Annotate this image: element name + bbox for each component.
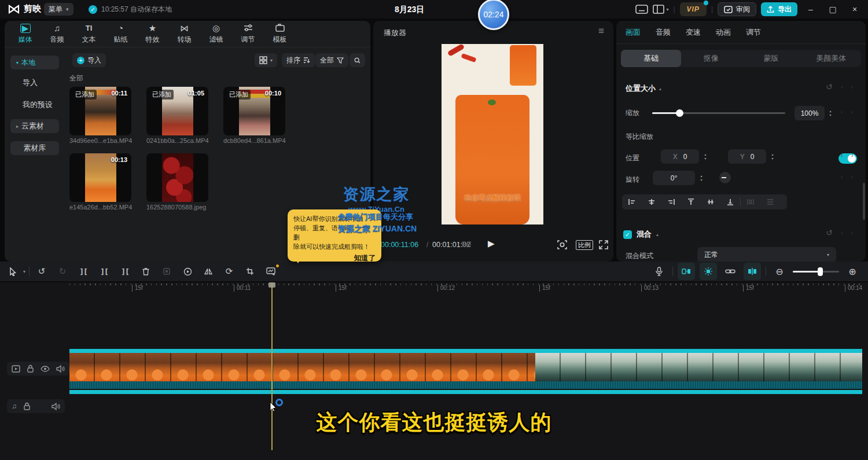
rotate-dial[interactable] <box>719 172 731 183</box>
keyframe-nav[interactable]: ‹ › <box>841 174 855 180</box>
close-button[interactable]: × <box>846 0 863 19</box>
tab-sticker[interactable]: ◔ 贴纸 <box>105 21 137 47</box>
delete-icon[interactable] <box>137 263 155 280</box>
keyframe-nav[interactable]: ‹ › <box>841 84 855 90</box>
media-item[interactable]: 已添加 01:05 <box>146 87 208 135</box>
collapse-caret-icon[interactable]: ▴ <box>656 232 659 237</box>
timeline-ruler[interactable]: 15f 00:11 15f 00:12 15f 00:13 15f 00:14 <box>0 285 868 293</box>
split-icon[interactable]: ][ <box>75 263 92 280</box>
tab-text[interactable]: TI 文本 <box>73 21 105 47</box>
auto-snap-icon[interactable] <box>700 263 717 280</box>
freeze-frame-icon[interactable] <box>179 263 196 280</box>
tab-audio-props[interactable]: 音频 <box>656 27 671 38</box>
sidebar-item-local[interactable]: ▾ 本地 <box>10 56 59 69</box>
align-right-icon[interactable] <box>661 198 681 206</box>
select-cursor-icon[interactable] <box>7 263 20 280</box>
define-frame-icon[interactable] <box>158 263 175 280</box>
blend-mode-dropdown[interactable]: 正常 ▾ <box>697 247 836 262</box>
undo-icon[interactable]: ↺ <box>33 263 50 280</box>
align-left-icon[interactable] <box>622 198 642 206</box>
scale-stepper[interactable]: ▴▾ <box>826 106 835 120</box>
fullscreen-icon[interactable] <box>599 240 608 249</box>
rotate-value-input[interactable]: 0° <box>653 171 695 185</box>
tab-template[interactable]: 模板 <box>264 21 296 47</box>
blend-checkbox[interactable]: ✓ <box>623 230 632 239</box>
import-media-button[interactable]: + 导入 <box>72 53 106 67</box>
layout-switch-button[interactable]: ▾ <box>653 5 668 14</box>
lock-icon[interactable] <box>27 365 34 373</box>
menu-button[interactable]: 菜单 ▾ <box>44 3 73 16</box>
mute-icon[interactable] <box>56 365 65 373</box>
record-voiceover-icon[interactable] <box>650 263 668 280</box>
reset-icon[interactable]: ↺ <box>826 82 833 91</box>
minimize-button[interactable]: – <box>802 0 819 19</box>
tab-animation[interactable]: 动画 <box>716 27 731 38</box>
maximize-button[interactable]: ▢ <box>824 0 841 19</box>
video-clip[interactable] <box>69 349 862 394</box>
vip-button[interactable]: VIP <box>680 2 707 16</box>
aspect-ratio-button[interactable]: 比例 <box>576 240 593 250</box>
export-button[interactable]: 导出 <box>761 2 797 16</box>
subtab-basic[interactable]: 基础 <box>621 50 681 67</box>
media-item[interactable]: 00:13 <box>69 153 131 202</box>
smart-edit-icon[interactable] <box>262 263 279 280</box>
scale-slider-thumb[interactable] <box>676 109 683 117</box>
media-item[interactable] <box>146 153 208 202</box>
got-it-button[interactable]: 知道了 <box>293 253 376 263</box>
distribute-vertical-icon[interactable] <box>760 198 780 206</box>
timeline-zoom-in-icon[interactable]: ⊕ <box>844 263 861 280</box>
keyframe-nav[interactable]: ‹ › <box>841 152 855 159</box>
eye-icon[interactable] <box>41 366 50 372</box>
reset-icon[interactable]: ↺ <box>826 228 833 237</box>
align-bottom-icon[interactable] <box>720 198 740 206</box>
tab-transition[interactable]: ⋈ 转场 <box>168 21 200 47</box>
panel-scrollbar[interactable] <box>863 183 865 220</box>
tab-audio[interactable]: ♫ 音频 <box>41 21 73 47</box>
tab-effects[interactable]: ★ 特效 <box>137 21 168 47</box>
keyframe-nav[interactable]: ‹ › <box>841 109 855 115</box>
distribute-horizontal-icon[interactable] <box>741 198 760 206</box>
split-left-icon[interactable]: ][ <box>95 263 113 280</box>
position-y-stepper[interactable]: ▴▾ <box>768 149 777 164</box>
subtab-mask[interactable]: 蒙版 <box>741 50 801 67</box>
preview-quality-icon[interactable] <box>557 240 567 249</box>
view-mode-button[interactable]: ▾ <box>255 53 277 67</box>
align-center-horizontal-icon[interactable] <box>642 198 661 206</box>
tab-canvas[interactable]: 画面 <box>626 27 641 38</box>
position-y-input[interactable]: Y 0 <box>728 149 766 164</box>
position-x-stepper[interactable]: ▴▾ <box>701 149 710 164</box>
tab-media[interactable]: ▶ 媒体 <box>9 21 41 47</box>
media-item[interactable]: 已添加 00:11 <box>69 87 131 135</box>
timeline-zoom-out-icon[interactable]: ⊖ <box>771 263 788 280</box>
sidebar-item-presets[interactable]: 我的预设 <box>23 100 53 110</box>
align-top-icon[interactable] <box>681 198 701 206</box>
redo-icon[interactable]: ↻ <box>54 263 71 280</box>
filter-button[interactable]: 全部 <box>315 53 348 67</box>
sidebar-item-import[interactable]: 导入 <box>23 78 38 88</box>
position-x-input[interactable]: X 0 <box>661 149 699 164</box>
video-preview[interactable]: 给你寄点酸辣粉呗 <box>442 44 543 225</box>
media-item[interactable]: 已添加 00:10 <box>223 87 285 135</box>
frame-list-icon[interactable] <box>461 241 472 248</box>
sort-button[interactable]: 排序 <box>282 53 315 67</box>
mirror-icon[interactable] <box>200 263 217 280</box>
timeline-zoom-slider[interactable] <box>793 271 839 273</box>
keyframe-nav[interactable]: ‹ › <box>841 230 855 236</box>
play-button[interactable]: ▶ <box>488 238 495 249</box>
subtab-cutout[interactable]: 抠像 <box>681 50 741 67</box>
shortcut-keyboard-icon[interactable] <box>635 5 648 14</box>
chevron-down-icon[interactable]: ▾ <box>23 269 25 274</box>
sidebar-item-cloud[interactable]: ▸ 云素材 <box>10 119 59 133</box>
scale-slider[interactable] <box>652 112 785 114</box>
crop-icon[interactable] <box>241 263 259 280</box>
rotate-stepper[interactable]: ▴▾ <box>697 171 706 185</box>
preview-axis-icon[interactable] <box>744 263 761 280</box>
subtab-beauty[interactable]: 美颜美体 <box>801 50 861 67</box>
collapse-caret-icon[interactable]: ▴ <box>659 86 661 91</box>
scale-value-input[interactable]: 100% <box>795 106 825 120</box>
zoom-slider-thumb[interactable] <box>818 267 823 276</box>
tab-adjust[interactable]: 调节 <box>232 21 264 47</box>
split-right-icon[interactable]: ][ <box>116 263 134 280</box>
review-button[interactable]: 审阅 <box>718 2 756 16</box>
rotate-icon[interactable]: ⟳ <box>220 263 238 280</box>
